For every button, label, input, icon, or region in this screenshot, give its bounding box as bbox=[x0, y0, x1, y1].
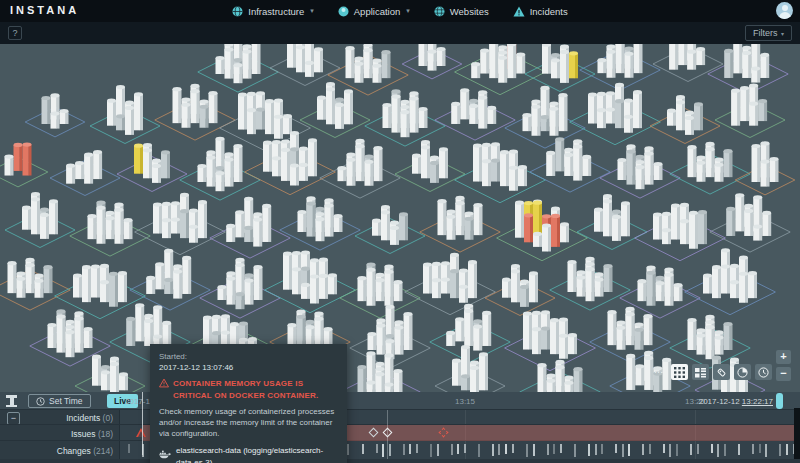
change-tick[interactable] bbox=[786, 444, 788, 455]
change-tick[interactable] bbox=[347, 444, 349, 455]
change-tick[interactable] bbox=[403, 444, 405, 455]
change-tick[interactable] bbox=[389, 444, 391, 456]
row-label-changes: Changes (214) bbox=[0, 446, 113, 456]
change-tick[interactable] bbox=[362, 444, 364, 454]
change-tick[interactable] bbox=[588, 444, 590, 456]
timeline-scrollbar[interactable] bbox=[794, 408, 800, 463]
live-indicator[interactable] bbox=[776, 393, 783, 409]
user-avatar[interactable] bbox=[776, 2, 793, 19]
set-time-label: Set Time bbox=[49, 396, 83, 406]
instana-app: INSTANA Infrastructure ▾ Application ▾ bbox=[0, 0, 800, 463]
nav-item-websites[interactable]: Websites bbox=[434, 6, 489, 17]
change-tick[interactable] bbox=[779, 444, 781, 456]
change-tick[interactable] bbox=[615, 444, 617, 453]
nav-item-infrastructure[interactable]: Infrastructure ▾ bbox=[232, 6, 313, 17]
change-tick[interactable] bbox=[526, 444, 528, 457]
tooltip-started-time: 2017-12-12 13:07:46 bbox=[159, 362, 338, 373]
change-tick[interactable] bbox=[628, 444, 630, 456]
change-tick[interactable] bbox=[451, 444, 453, 455]
change-tick[interactable] bbox=[560, 444, 562, 453]
change-tick[interactable] bbox=[553, 444, 555, 454]
issue-start-marker[interactable] bbox=[136, 428, 146, 437]
tooltip-description: Check memory usage of containerized proc… bbox=[159, 406, 338, 440]
change-tick[interactable] bbox=[533, 444, 535, 456]
change-tick[interactable] bbox=[492, 444, 494, 456]
tooltip-title: CONTAINER MEMORY USAGE IS CRITICAL ON DO… bbox=[159, 378, 338, 400]
change-tick[interactable] bbox=[724, 444, 726, 456]
change-tick[interactable] bbox=[690, 444, 692, 455]
tooltip-started-label: Started: bbox=[159, 351, 338, 362]
change-tick[interactable] bbox=[649, 444, 651, 454]
clock-icon bbox=[758, 367, 769, 378]
change-tick[interactable] bbox=[676, 444, 678, 456]
chevron-down-icon: ▾ bbox=[406, 7, 410, 15]
grid-view-button[interactable] bbox=[671, 364, 688, 380]
filter-bar: ? Filters ▾ bbox=[0, 22, 800, 44]
change-tick[interactable] bbox=[512, 444, 514, 453]
history-button[interactable] bbox=[755, 364, 772, 380]
timeline-row-incidents[interactable]: Incidents (0) bbox=[0, 410, 800, 425]
change-tick[interactable] bbox=[601, 444, 603, 454]
tooltip-title-text: CONTAINER MEMORY USAGE IS CRITICAL ON DO… bbox=[173, 378, 338, 400]
change-tick[interactable] bbox=[547, 444, 549, 455]
timeline-panel: Set Time Live 2017-12-12 13:07:17 13:151… bbox=[0, 392, 800, 463]
timeline-row-issues[interactable]: Issues (18) bbox=[0, 425, 800, 441]
change-tick[interactable] bbox=[765, 444, 767, 457]
infrastructure-map[interactable] bbox=[0, 44, 800, 392]
more-options-button[interactable]: ··· bbox=[650, 364, 667, 380]
list-view-button[interactable] bbox=[692, 364, 709, 380]
help-button[interactable]: ? bbox=[8, 26, 22, 40]
zoom-in-button[interactable]: + bbox=[776, 350, 791, 364]
end-time[interactable]: 13:22:17 bbox=[742, 397, 773, 406]
warning-triangle-icon bbox=[159, 378, 169, 400]
filters-label: Filters bbox=[753, 28, 778, 38]
change-tick[interactable] bbox=[738, 444, 740, 455]
change-tick[interactable] bbox=[416, 444, 418, 453]
end-date: 2017-12-12 bbox=[699, 397, 742, 406]
selected-event-line bbox=[142, 392, 143, 455]
timeline-row-changes[interactable]: Changes (214) bbox=[0, 441, 800, 459]
change-tick[interactable] bbox=[464, 444, 466, 453]
tooltip-entity-text: elasticsearch-data (logging/elasticsearc… bbox=[176, 445, 338, 463]
change-tick[interactable] bbox=[382, 444, 384, 457]
change-tick[interactable] bbox=[717, 444, 719, 457]
change-tick[interactable] bbox=[409, 444, 411, 454]
change-tick[interactable] bbox=[505, 444, 507, 454]
change-tick[interactable] bbox=[574, 444, 576, 457]
top-nav: INSTANA Infrastructure ▾ Application ▾ bbox=[0, 0, 800, 22]
change-tick[interactable] bbox=[697, 444, 699, 454]
change-tick[interactable] bbox=[376, 444, 378, 453]
nav-item-incidents[interactable]: Incidents bbox=[513, 6, 568, 17]
change-tick[interactable] bbox=[430, 444, 432, 457]
change-tick[interactable] bbox=[642, 444, 644, 455]
change-tick[interactable] bbox=[498, 444, 500, 455]
docker-icon bbox=[159, 450, 171, 462]
clock-icon bbox=[36, 397, 45, 406]
row-label-issues: Issues (18) bbox=[0, 429, 113, 439]
filters-button[interactable]: Filters ▾ bbox=[745, 25, 792, 41]
zoom-out-button[interactable]: − bbox=[776, 367, 791, 381]
tag-button[interactable] bbox=[713, 364, 730, 380]
change-tick[interactable] bbox=[759, 444, 761, 453]
change-tick[interactable] bbox=[437, 444, 439, 456]
pie-chart-icon bbox=[737, 367, 748, 378]
timeline-end-label: 2017-12-12 13:22:17 bbox=[699, 397, 773, 406]
set-time-button[interactable]: Set Time bbox=[28, 394, 91, 408]
change-tick[interactable] bbox=[622, 444, 624, 457]
nav-item-application[interactable]: Application ▾ bbox=[338, 6, 410, 17]
application-icon bbox=[338, 6, 349, 17]
change-tick[interactable] bbox=[478, 444, 480, 457]
tooltip-entity[interactable]: elasticsearch-data (logging/elasticsearc… bbox=[159, 445, 338, 463]
change-tick[interactable] bbox=[457, 444, 459, 454]
change-tick[interactable] bbox=[595, 444, 597, 455]
change-tick[interactable] bbox=[669, 444, 671, 457]
map-canvas[interactable] bbox=[0, 44, 800, 392]
pillar-icon bbox=[6, 395, 17, 407]
nav-label: Application bbox=[354, 6, 400, 17]
change-tick[interactable] bbox=[711, 444, 713, 453]
change-tick[interactable] bbox=[663, 444, 665, 453]
change-tick[interactable] bbox=[752, 444, 754, 454]
change-tick[interactable] bbox=[128, 444, 130, 453]
pie-chart-button[interactable] bbox=[734, 364, 751, 380]
nav-label: Infrastructure bbox=[248, 6, 304, 17]
